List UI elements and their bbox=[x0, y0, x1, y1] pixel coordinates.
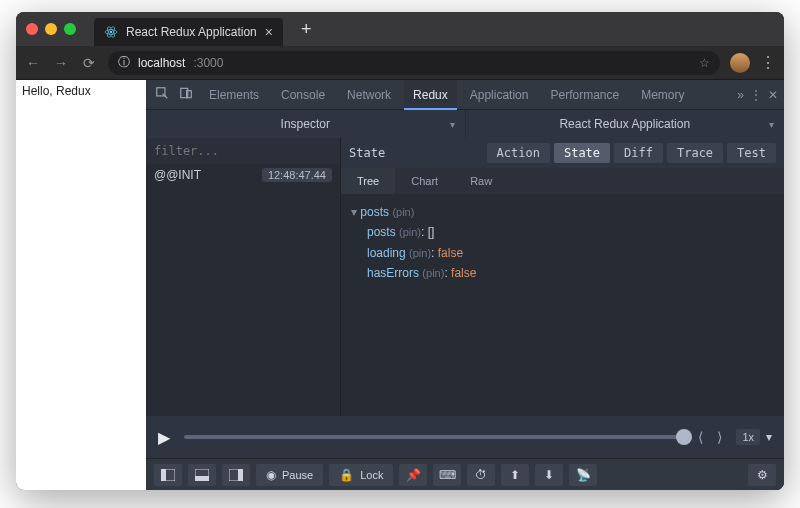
keyboard-icon: ⌨ bbox=[439, 468, 456, 482]
action-item[interactable]: @@INIT 12:48:47.44 bbox=[146, 164, 340, 186]
reload-button[interactable]: ⟳ bbox=[80, 55, 98, 71]
minimize-window-button[interactable] bbox=[45, 23, 57, 35]
view-button-test[interactable]: Test bbox=[727, 143, 776, 163]
subtab-tree[interactable]: Tree bbox=[341, 168, 395, 194]
devtools-tab-redux[interactable]: Redux bbox=[404, 80, 457, 110]
back-button[interactable]: ← bbox=[24, 55, 42, 71]
state-panel: State Action State Diff Trace Test Tree … bbox=[341, 138, 784, 416]
browser-window: React Redux Application × + ← → ⟳ ⓘ loca… bbox=[16, 12, 784, 490]
inspect-element-icon[interactable] bbox=[152, 86, 172, 103]
monitor-selector-label: Inspector bbox=[281, 117, 330, 131]
subtab-raw[interactable]: Raw bbox=[454, 168, 508, 194]
url-host: localhost bbox=[138, 56, 185, 70]
stopwatch-off-icon: ⏱ bbox=[475, 468, 487, 482]
devtools-tab-application[interactable]: Application bbox=[461, 80, 538, 110]
svg-rect-12 bbox=[238, 469, 243, 481]
slider-knob[interactable] bbox=[676, 429, 692, 445]
devtools-tabs: Elements Console Network Redux Applicati… bbox=[146, 80, 784, 110]
tree-row[interactable]: posts (pin): [] bbox=[351, 222, 774, 242]
content-area: Hello, Redux Elements Console Network Re… bbox=[16, 80, 784, 490]
react-icon bbox=[104, 25, 118, 39]
url-port: :3000 bbox=[193, 56, 223, 70]
device-toggle-icon[interactable] bbox=[176, 86, 196, 103]
upload-icon: ⬆ bbox=[510, 468, 520, 482]
chevron-down-icon: ▾ bbox=[769, 119, 774, 130]
tab-title: React Redux Application bbox=[126, 25, 257, 39]
gear-icon: ⚙ bbox=[757, 468, 768, 482]
state-header: State Action State Diff Trace Test bbox=[341, 138, 784, 168]
subtab-chart[interactable]: Chart bbox=[395, 168, 454, 194]
layout-right-button[interactable] bbox=[222, 464, 250, 486]
devtools-tab-performance[interactable]: Performance bbox=[541, 80, 628, 110]
devtools-tab-memory[interactable]: Memory bbox=[632, 80, 693, 110]
tree-key: loading bbox=[367, 246, 406, 260]
pause-label: Pause bbox=[282, 469, 313, 481]
pin-label[interactable]: (pin) bbox=[399, 226, 421, 238]
view-button-state[interactable]: State bbox=[554, 143, 610, 163]
tree-key: posts bbox=[360, 205, 389, 219]
bookmark-icon[interactable]: ☆ bbox=[699, 56, 710, 70]
record-icon: ◉ bbox=[266, 468, 276, 482]
profile-avatar[interactable] bbox=[730, 53, 750, 73]
page-viewport: Hello, Redux bbox=[16, 80, 146, 490]
export-button[interactable]: ⬇ bbox=[535, 464, 563, 486]
state-tree[interactable]: ▾ posts (pin) posts (pin): [] loading (p… bbox=[341, 194, 784, 416]
pin-label[interactable]: (pin) bbox=[422, 267, 444, 279]
instance-selector[interactable]: React Redux Application ▾ bbox=[466, 110, 785, 138]
tree-value: false bbox=[451, 266, 476, 280]
devtools-tab-console[interactable]: Console bbox=[272, 80, 334, 110]
remote-button[interactable]: 📡 bbox=[569, 464, 597, 486]
new-tab-button[interactable]: + bbox=[291, 19, 322, 40]
tree-value: [] bbox=[428, 225, 435, 239]
playback-bar: ▶ ⟨ ⟩ 1x ▾ bbox=[146, 416, 784, 458]
dispatch-button[interactable]: ⌨ bbox=[433, 464, 461, 486]
slider-toggle-button[interactable]: ⏱ bbox=[467, 464, 495, 486]
speed-selector[interactable]: 1x ▾ bbox=[736, 429, 772, 445]
address-bar[interactable]: ⓘ localhost:3000 ☆ bbox=[108, 51, 720, 75]
layout-bottom-button[interactable] bbox=[188, 464, 216, 486]
devtools-panel: Elements Console Network Redux Applicati… bbox=[146, 80, 784, 490]
import-button[interactable]: ⬆ bbox=[501, 464, 529, 486]
devtools-close-icon[interactable]: ✕ bbox=[768, 88, 778, 102]
pin-label[interactable]: (pin) bbox=[392, 206, 414, 218]
action-list-panel: @@INIT 12:48:47.44 bbox=[146, 138, 341, 416]
close-window-button[interactable] bbox=[26, 23, 38, 35]
bottom-toolbar: ◉Pause 🔒Lock 📌 ⌨ ⏱ ⬆ ⬇ 📡 ⚙ bbox=[146, 458, 784, 490]
pause-recording-button[interactable]: ◉Pause bbox=[256, 464, 323, 486]
filter-bar bbox=[146, 138, 340, 164]
tree-row[interactable]: loading (pin): false bbox=[351, 243, 774, 263]
expand-caret-icon[interactable]: ▾ bbox=[351, 205, 360, 219]
pin-button[interactable]: 📌 bbox=[399, 464, 427, 486]
settings-button[interactable]: ⚙ bbox=[748, 464, 776, 486]
instance-selector-label: React Redux Application bbox=[559, 117, 690, 131]
page-text: Hello, Redux bbox=[22, 84, 91, 98]
layout-left-button[interactable] bbox=[154, 464, 182, 486]
play-button[interactable]: ▶ bbox=[158, 428, 170, 447]
devtools-tab-network[interactable]: Network bbox=[338, 80, 400, 110]
browser-menu-icon[interactable]: ⋮ bbox=[760, 53, 776, 72]
tree-row[interactable]: ▾ posts (pin) bbox=[351, 202, 774, 222]
step-forward-button[interactable]: ⟩ bbox=[717, 429, 722, 445]
filter-input[interactable] bbox=[154, 144, 332, 158]
maximize-window-button[interactable] bbox=[64, 23, 76, 35]
devtools-settings-icon[interactable]: ⋮ bbox=[750, 88, 762, 102]
view-button-diff[interactable]: Diff bbox=[614, 143, 663, 163]
devtools-tab-elements[interactable]: Elements bbox=[200, 80, 268, 110]
forward-button[interactable]: → bbox=[52, 55, 70, 71]
site-info-icon[interactable]: ⓘ bbox=[118, 54, 130, 71]
monitor-selector[interactable]: Inspector ▾ bbox=[146, 110, 466, 138]
browser-tab[interactable]: React Redux Application × bbox=[94, 18, 283, 46]
devtools-more-tabs-icon[interactable]: » bbox=[737, 88, 744, 102]
action-name: @@INIT bbox=[154, 168, 201, 182]
view-button-action[interactable]: Action bbox=[487, 143, 550, 163]
svg-rect-8 bbox=[161, 469, 166, 481]
playback-slider[interactable] bbox=[184, 435, 684, 439]
tree-row[interactable]: hasErrors (pin): false bbox=[351, 263, 774, 283]
tree-value: false bbox=[438, 246, 463, 260]
lock-label: Lock bbox=[360, 469, 383, 481]
pin-label[interactable]: (pin) bbox=[409, 247, 431, 259]
lock-button[interactable]: 🔒Lock bbox=[329, 464, 393, 486]
view-button-trace[interactable]: Trace bbox=[667, 143, 723, 163]
step-back-button[interactable]: ⟨ bbox=[698, 429, 703, 445]
close-tab-icon[interactable]: × bbox=[265, 24, 273, 40]
